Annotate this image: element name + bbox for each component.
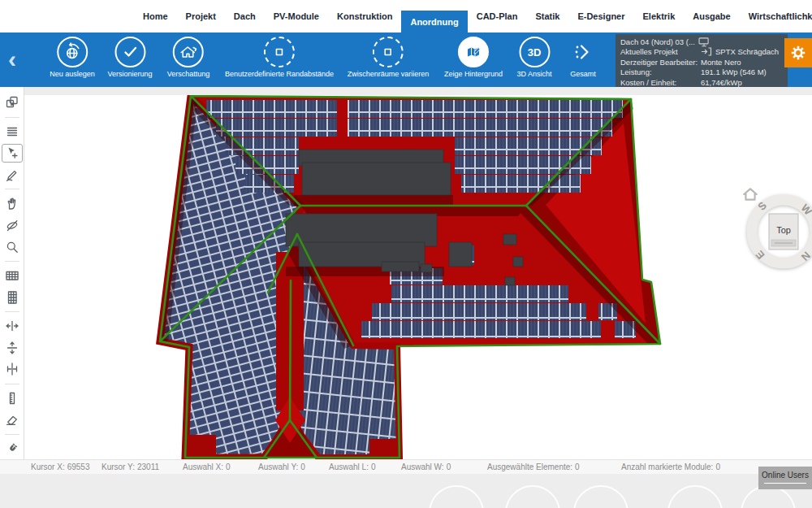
module-array[interactable] [216,119,337,137]
rotate-flip-icon [5,218,19,232]
info-row-value: SPTX Schrägdach [715,47,779,57]
page-footer [0,474,812,508]
status-field-value: 0 [226,462,231,471]
status-field-value: 0 [575,462,580,471]
sidebar-tool-duplicate[interactable] [2,93,23,113]
module-array[interactable] [372,303,586,320]
main-menubar: HomeProjektDachPV-ModuleKonstruktionAnor… [0,0,812,33]
module-array[interactable] [461,175,581,193]
grid-portrait-icon [5,290,19,305]
module-array[interactable] [391,285,568,302]
toolbar-back-chevron-icon[interactable]: ‹ [8,47,16,72]
toolbar-button-versionierung[interactable]: Versionierung [107,37,152,78]
canvas-top-strip [24,87,812,95]
magnet-snap-icon [5,441,19,456]
menu-item-anordnung[interactable]: Anordnung [401,11,467,33]
sidebar-tool-grid-landscape[interactable] [2,266,23,285]
status-field-label: Ausgewählte Elemente: [487,462,572,471]
vary-gaps-icon [373,37,404,67]
zoom-icon [5,240,19,254]
status-field-value: 0 [715,462,720,471]
info-row-label: Derzeitiger Bearbeiter: [620,58,701,67]
toolbar-button-zeige-hintergrund[interactable]: Zeige Hintergrund [444,37,503,78]
status-bar: Kursor X:69553Kursor Y:23011Auswahl X:0A… [0,459,812,474]
status-field: Anzahl markierte Module:0 [621,462,720,471]
sidebar-tool-layer-list[interactable] [2,122,23,141]
menu-item-pv-module[interactable]: PV-Module [265,0,328,33]
toolbar-button-benutzerdefinierte-randabst-nde[interactable]: Benutzerdefinierte Randabstände [225,37,334,78]
info-row: Leistung:191.1 kWp (546 M) [620,67,783,77]
status-field: Auswahl X:0 [183,462,231,471]
menu-item-projekt[interactable]: Projekt [177,0,225,33]
sidebar-tool-ruler[interactable] [2,389,23,408]
sidebar-tool-select-move[interactable] [2,144,23,163]
show-background-icon [458,37,489,67]
menu-item-konstruktion[interactable]: Konstruktion [328,0,401,33]
shading-house-icon [173,37,204,67]
settings-button[interactable] [784,38,812,67]
eraser-icon [5,412,19,427]
sidebar-divider [5,189,19,189]
check-icon [114,37,145,67]
toolbar-button-label: Zwischenräume variieren [348,70,430,78]
info-row: Derzeitiger Bearbeiter:Monte Nero [620,58,783,67]
roof-layout-canvas[interactable]: S W N E Top [24,95,812,459]
module-array[interactable] [348,100,623,118]
project-info-panel: Dach 04 (Nord) 03 (... Aktuelles Projekt… [615,34,788,88]
sidebar-tool-zoom[interactable] [2,237,23,257]
menu-item-ausgabe[interactable]: Ausgabe [684,0,739,33]
menu-item-cad-plan[interactable]: CAD-Plan [468,0,527,33]
toolbar-button-label: Zeige Hintergrund [444,70,503,78]
toolbar-button-gesamt[interactable]: Gesamt [568,37,598,78]
status-field-value: 0 [447,462,451,471]
sidebar-tool-draw-pencil[interactable] [2,165,23,185]
toolbar-button-verschattung[interactable]: Verschattung [167,37,210,78]
sidebar-tool-distribute-horizontal[interactable] [2,359,23,379]
online-users-button[interactable]: Online Users [758,467,812,489]
status-field-label: Kursor X: [31,462,65,471]
roof-title: Dach 04 (Nord) 03 (... [620,37,695,47]
sidebar-tool-magnet-snap[interactable] [2,439,23,458]
toolbar-button-zwischenr-ume-variieren[interactable]: Zwischenräume variieren [348,37,430,78]
ruler-icon [5,391,19,406]
status-field-value: 69553 [67,462,90,471]
toolbar-button-3d-ansicht[interactable]: 3D3D Ansicht [516,37,551,78]
menu-item-statik[interactable]: Statik [526,0,568,33]
duplicate-icon [5,95,19,110]
menu-item-elektrik[interactable]: Elektrik [634,0,685,33]
watermark-circle [505,485,560,508]
toolbar-button-neu-auslegen[interactable]: Neu auslegen [50,37,95,78]
sidebar-tool-spacing-vertical[interactable] [2,338,23,358]
status-field: Kursor X:69553 [31,462,90,471]
draw-pencil-icon [5,167,19,182]
status-field-value: 0 [371,462,376,471]
menu-item-e-designer[interactable]: E-Designer [568,0,633,33]
home-view-icon[interactable] [742,187,758,202]
sidebar-tool-eraser[interactable] [2,410,23,430]
custom-margins-icon [264,37,295,67]
module-array[interactable] [348,119,612,137]
sidebar-tool-pan-hand[interactable] [2,194,23,214]
status-field: Auswahl W:0 [401,462,451,471]
menu-item-dach[interactable]: Dach [225,0,265,33]
status-field: Ausgewählte Elemente:0 [487,462,580,471]
status-field-value: 0 [300,462,305,471]
sidebar-tool-spacing-horizontal[interactable] [2,316,23,336]
module-array[interactable] [206,100,337,118]
toolbar-button-label: Neu auslegen [50,70,95,78]
toolbar-button-label: Versionierung [107,70,152,78]
sidebar-divider [5,261,19,262]
spacing-horizontal-icon [5,319,19,333]
status-field-label: Kursor Y: [102,462,135,471]
menu-item-home[interactable]: Home [134,0,177,33]
menu-item-wirtschaftlichkeit[interactable]: Wirtschaftlichkeit [740,0,812,33]
layer-list-icon [5,124,19,139]
sidebar-tool-rotate-flip[interactable] [2,215,23,235]
module-array[interactable] [361,321,601,338]
toolbar-button-label: 3D Ansicht [516,70,551,78]
sidebar-divider [5,434,19,435]
gear-icon [789,44,807,62]
tool-sidebar [0,87,24,459]
screen-icon [698,37,710,47]
sidebar-tool-grid-portrait[interactable] [2,288,23,307]
